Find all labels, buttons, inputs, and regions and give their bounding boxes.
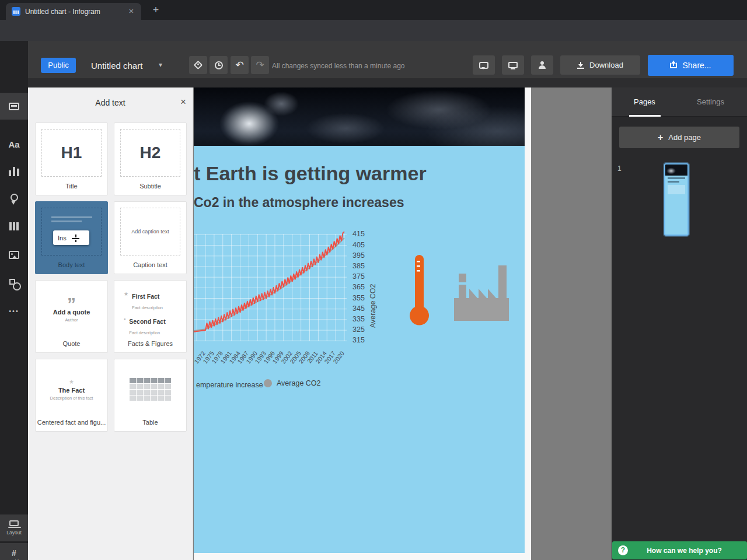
card-label: Centered fact and figu... [36, 419, 107, 426]
thermometer-icon[interactable] [409, 254, 430, 327]
y-tick-label: 405 [352, 241, 365, 249]
fact-title: Second Fact [129, 318, 165, 325]
legend-co2-label: Average CO2 [277, 379, 321, 387]
document-title[interactable]: Untitled chart [91, 61, 142, 71]
co2-chart[interactable] [194, 232, 351, 348]
page-number: 1 [617, 164, 622, 173]
rail-item-charts[interactable] [0, 158, 28, 185]
canvas-workspace[interactable]: t Earth is getting warmer Co2 in the atm… [193, 88, 612, 560]
card-quote[interactable]: ” Add a quote Author Quote [35, 280, 108, 353]
rail-item-text[interactable]: Aa [0, 131, 28, 158]
card-table[interactable]: Table [114, 359, 187, 432]
fact-row: ▪ Second FactFact description [124, 316, 183, 337]
factory-icon[interactable] [454, 264, 509, 321]
clock-icon [215, 61, 223, 69]
card-quote-preview: ” Add a quote Author [40, 285, 103, 336]
card-facts-figures[interactable]: ★ First FactFact description ▪ Second Fa… [114, 280, 187, 353]
tab-close-icon[interactable]: × [126, 6, 137, 16]
add-page-button[interactable]: + Add page [619, 127, 739, 148]
tab-pages[interactable]: Pages [634, 97, 655, 106]
y-tick-label: 415 [352, 230, 365, 238]
card-centered-fact[interactable]: ★ The Fact Description of this fact Cent… [35, 359, 108, 432]
fact-row: ★ First FactFact description [124, 290, 183, 312]
left-rail: Aa ••• Layout # Grid 100% [0, 41, 28, 560]
legend-item-co2: Average CO2 [264, 379, 321, 387]
close-icon[interactable]: × [177, 96, 189, 108]
card-label: Table [114, 419, 186, 426]
page-thumbnail[interactable] [664, 163, 689, 236]
page-subtitle[interactable]: Co2 in the atmosphere increases [194, 195, 404, 211]
centered-fact-title: The Fact [58, 387, 85, 394]
x-tick-label: 1984 [224, 350, 241, 370]
infographic-page[interactable]: t Earth is getting warmer Co2 in the atm… [194, 88, 531, 560]
quote-preview-author: Author [65, 317, 78, 323]
rail-item-shapes[interactable] [0, 270, 28, 297]
question-mark-icon: ? [618, 545, 628, 555]
x-tick-label: 1990 [241, 350, 259, 370]
thumbnail-line [668, 177, 685, 179]
speech-bubble-icon [479, 62, 488, 69]
page-margin-bottom [194, 553, 531, 560]
rail-item-layout-columns[interactable] [0, 213, 28, 240]
rail-item-templates[interactable] [0, 93, 28, 120]
table-card-graphic [130, 378, 171, 401]
x-tick-label: 2011 [302, 350, 319, 370]
text-card-grid: H1 Title H2 Subtitle Ins Body text Add c… [35, 123, 187, 432]
undo-button[interactable]: ↶ [231, 56, 249, 74]
new-tab-button[interactable]: + [149, 4, 162, 16]
public-button[interactable]: Public [41, 58, 76, 73]
stacked-cards-icon [9, 103, 19, 110]
chart-y-axis-title: Average CO2 [369, 284, 377, 328]
plus-icon: + [658, 133, 663, 142]
x-tick-label: 2020 [328, 350, 345, 370]
star-icon: ★ [124, 290, 128, 312]
layout-button[interactable]: Layout [0, 514, 28, 541]
grid-button[interactable]: # Grid [0, 543, 28, 560]
x-tick-label: 2002 [275, 350, 293, 370]
history-button[interactable] [210, 56, 228, 74]
card-caption-text[interactable]: Add caption text Caption text [114, 201, 187, 274]
chevron-down-icon[interactable]: ▾ [159, 61, 162, 69]
app-toolbar-edge [28, 78, 747, 88]
tab-settings[interactable]: Settings [697, 97, 724, 106]
collaborate-button[interactable] [531, 55, 553, 75]
share-button[interactable]: Share... [648, 55, 734, 76]
card-label: Body text [36, 261, 107, 268]
present-button[interactable] [502, 55, 524, 75]
fact-desc: Fact description [129, 330, 160, 335]
download-label: Download [589, 61, 623, 69]
redo-button[interactable]: ↷ [251, 56, 269, 74]
card-body-text[interactable]: Ins Body text [35, 201, 108, 274]
tags-button[interactable] [189, 56, 207, 74]
card-subtitle[interactable]: H2 Subtitle [114, 123, 187, 195]
body-text-line [51, 220, 82, 222]
y-tick-label: 335 [352, 315, 365, 323]
card-caption-preview: Add caption text [120, 208, 180, 256]
share-icon [670, 62, 677, 68]
download-icon [577, 62, 584, 69]
caption-preview-text: Add caption text [131, 229, 169, 235]
card-title[interactable]: H1 Title [35, 123, 108, 195]
quote-preview-title: Add a quote [53, 309, 90, 316]
rail-item-images[interactable] [0, 242, 28, 268]
text-icon: Aa [8, 139, 19, 149]
page-title[interactable]: t Earth is getting warmer [194, 162, 427, 185]
square-bullet-icon: ▪ [124, 316, 125, 337]
rail-item-more[interactable]: ••• [0, 298, 28, 324]
browser-tab[interactable]: Untitled chart - Infogram × [6, 3, 141, 20]
y-tick-label: 325 [352, 326, 365, 334]
y-tick-label: 355 [352, 294, 365, 302]
x-tick-label: 1972 [194, 350, 207, 370]
download-button[interactable]: Download [560, 55, 640, 75]
comments-button[interactable] [473, 55, 495, 75]
sync-status: All changes synced less than a minute ag… [272, 62, 404, 70]
laptop-icon [9, 520, 19, 526]
satellite-photo[interactable] [194, 88, 525, 146]
x-tick-label: 1978 [206, 350, 224, 370]
h1-glyph: H1 [61, 144, 82, 162]
thumbnail-line [668, 181, 679, 183]
rail-item-maps[interactable] [0, 186, 28, 212]
x-tick-label: 1975 [197, 350, 215, 370]
help-button[interactable]: ? How can we help you? [612, 541, 747, 559]
body-text-line [51, 216, 92, 218]
